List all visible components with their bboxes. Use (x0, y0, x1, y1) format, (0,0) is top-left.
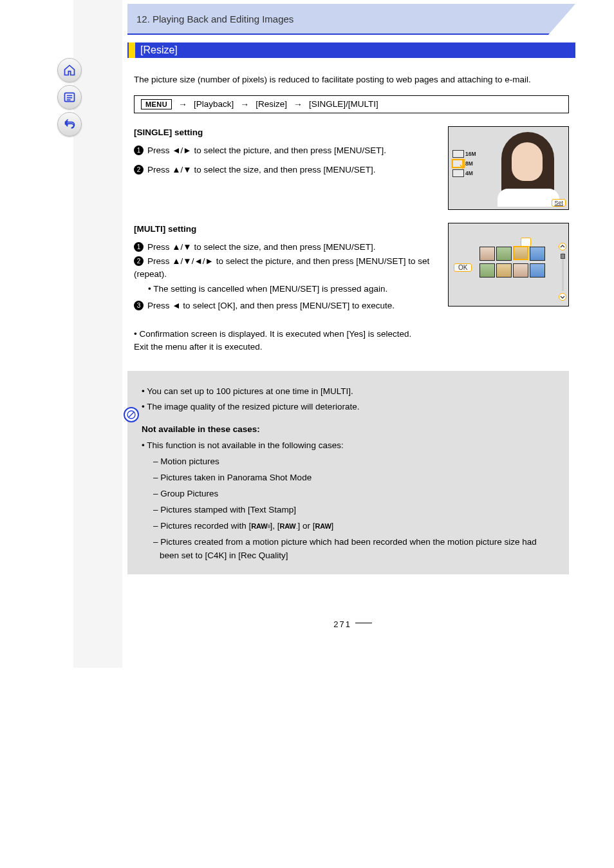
thumbnail (496, 263, 512, 278)
single-step2: Press ▲/▼ to select the size, and then p… (147, 165, 376, 175)
note-item: – Motion pictures (153, 455, 555, 469)
note-line: • You can set up to 100 pictures at one … (142, 385, 555, 399)
intro-text: The picture size (number of pixels) is r… (134, 73, 569, 86)
menu-path-step1: [Playback] (194, 99, 234, 109)
note-item: – Pictures stamped with [Text Stamp] (153, 504, 555, 517)
set-button-label: Set (552, 199, 566, 207)
step-number-icon: 2 (134, 256, 144, 266)
note-item: – Pictures taken in Panorama Shot Mode (153, 471, 555, 485)
section-title-text: [Resize] (140, 44, 178, 56)
size-option: 16M (452, 150, 476, 158)
menu-button-label: MENU (141, 99, 172, 109)
note-item: – Pictures recorded with [RAW⠿], [RAW․] … (153, 520, 555, 533)
chevron-down-icon (559, 293, 566, 301)
thumbnail (479, 263, 495, 278)
scroll-indicator (559, 243, 566, 301)
down-arrow-icon (459, 160, 467, 169)
page-header: 12. Playing Back and Editing Images (127, 4, 575, 35)
menu-path: MENU → [Playback] → [Resize] → [SINGLE]/… (134, 95, 569, 113)
thumbnail (479, 247, 495, 261)
step-number-icon: 1 (134, 242, 144, 252)
menu-path-step2: [Resize] (256, 99, 287, 109)
multi-step1: Press ▲/▼ to select the size, and then p… (147, 242, 376, 252)
note-item: – Pictures created from a motion picture… (153, 536, 555, 563)
section-title: [Resize] (127, 42, 575, 58)
thumbnail (513, 263, 528, 278)
multi-heading: [MULTI] setting (134, 223, 440, 236)
header-page-num: 12. (136, 14, 150, 24)
note-box: • You can set up to 100 pictures at one … (127, 371, 569, 574)
page-number: 271 (127, 619, 575, 668)
note-line: • This function is not available in the … (142, 439, 555, 453)
chevron-up-icon (559, 243, 566, 250)
note-item: – Group Pictures (153, 487, 555, 501)
step-number-icon: 1 (134, 146, 144, 155)
multi-step2: Press ▲/▼/◄/► to select the picture, and… (134, 256, 429, 279)
multi-figure: OK (448, 223, 569, 307)
thumbnail (496, 247, 512, 261)
step-number-icon: 3 (134, 301, 144, 310)
svg-line-5 (129, 412, 134, 417)
single-heading: [SINGLE] setting (134, 126, 440, 139)
ok-button-label: OK (454, 263, 472, 272)
note-line: • The image quality of the resized pictu… (142, 401, 555, 414)
single-step1: Press ◄/► to select the picture, and the… (147, 146, 386, 155)
back-icon[interactable] (57, 112, 82, 137)
not-available-heading: Not available in these cases: (142, 423, 555, 437)
menu-path-step3: [SINGLE]/[MULTI] (309, 99, 378, 109)
home-icon[interactable] (57, 58, 82, 82)
step-number-icon: 2 (134, 165, 144, 175)
header-breadcrumb: Playing Back and Editing Images (153, 14, 293, 24)
multi-step3: Press ◄ to select [OK], and then press [… (147, 301, 395, 310)
menu-list-icon[interactable] (57, 85, 82, 109)
thumbnail-selected (513, 246, 528, 260)
arrow-right-icon: → (293, 99, 302, 109)
size-option: 4M (452, 169, 476, 177)
not-available-icon (124, 407, 139, 422)
single-figure: 16M 8M 4M Set (448, 126, 569, 210)
thumbnail (530, 263, 545, 278)
arrow-right-icon: → (178, 99, 187, 109)
side-nav-strip (73, 0, 122, 668)
multi-step2-sub: • The setting is cancelled when [MENU/SE… (134, 283, 440, 296)
portrait-silhouette (486, 131, 563, 207)
checkbox-icon (521, 238, 531, 247)
thumbnail (530, 247, 545, 261)
footnote: • Confirmation screen is displayed. It i… (134, 328, 569, 354)
arrow-right-icon: → (240, 99, 249, 109)
